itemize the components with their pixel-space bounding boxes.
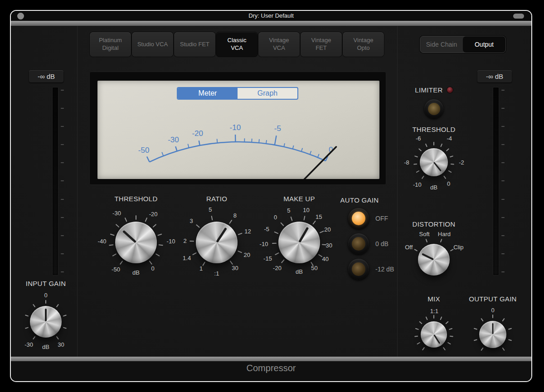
model-tab[interactable]: Vintage VCA — [258, 32, 300, 57]
meter-tick — [501, 253, 505, 254]
view-switch-tab[interactable]: Output — [463, 36, 505, 53]
knob-scale-label: -10 — [413, 181, 422, 188]
footer-bar: Compressor — [11, 361, 531, 381]
knob-scale-label: -30 — [112, 209, 121, 216]
knob-tick — [45, 300, 46, 304]
knob-tick — [508, 328, 512, 329]
auto-gain-button[interactable] — [348, 259, 369, 280]
auto-gain-button[interactable] — [348, 208, 369, 229]
model-tab[interactable]: Platinum Digital — [90, 32, 131, 57]
output-level-readout[interactable]: -∞ dB — [477, 70, 512, 82]
input-gain-knob[interactable] — [30, 306, 62, 338]
knob-tick — [474, 328, 477, 329]
make-up-knob[interactable] — [278, 222, 320, 263]
threshold-knob[interactable] — [115, 222, 157, 263]
model-tab[interactable]: Studio FET — [174, 32, 215, 57]
limiter-button[interactable] — [424, 99, 443, 118]
knob-tick — [449, 328, 452, 330]
knob-tick — [63, 327, 67, 329]
ratio-knob[interactable] — [196, 222, 238, 263]
vu-view-tab[interactable]: Graph — [238, 88, 297, 99]
meter-tick — [61, 108, 64, 109]
mix-knob[interactable] — [421, 321, 447, 348]
model-tab[interactable]: Classic VCA — [216, 32, 257, 57]
model-tabs: Platinum Digital Studio VCA Studio FET C… — [90, 32, 384, 57]
view-switch: Side Chain Output — [420, 36, 506, 53]
input-level-readout[interactable]: -∞ dB — [29, 70, 63, 82]
knob-tick — [120, 261, 123, 265]
knob-tick — [414, 336, 418, 337]
model-tab-label: Studio FET — [179, 41, 211, 48]
meter-tick — [501, 235, 505, 236]
meter-tick — [61, 235, 64, 236]
knob-tick — [25, 315, 29, 316]
knob-tick — [447, 342, 451, 345]
knob-pointer — [122, 230, 136, 243]
limiter-threshold-knob[interactable] — [420, 148, 448, 176]
model-tab-label: Vintage VCA — [263, 37, 296, 52]
knob-scale-label: 5 — [287, 207, 290, 213]
knob-scale-label: 2 — [183, 237, 186, 244]
meter-tick — [61, 144, 64, 145]
knob-scale-label: dB — [430, 184, 437, 191]
knob-tick — [418, 148, 422, 151]
meter-tick — [501, 271, 505, 272]
view-switch-tab[interactable]: Side Chain — [420, 36, 463, 53]
knob-scale-label: 30 — [58, 341, 64, 348]
knob-scale-label: 30 — [232, 264, 238, 271]
auto-gain-button[interactable] — [348, 233, 369, 254]
make-up-knob-group: -20-15-10-505101520304050dB — [254, 197, 345, 288]
meter-tick — [501, 126, 505, 127]
meter-tick — [61, 162, 64, 163]
knob-tick — [492, 315, 493, 318]
knob-tick — [112, 253, 117, 256]
vu-scale-label: -30 — [168, 136, 179, 144]
knob-scale-label: dB — [42, 344, 49, 350]
distortion-knob[interactable] — [418, 244, 450, 276]
knob-scale-label: :1 — [214, 270, 219, 277]
knob-tick — [446, 148, 449, 151]
knob-scale-label: Hard — [438, 231, 451, 237]
knob-scale-label: 30 — [325, 242, 332, 248]
knob-scale-label: -8 — [404, 159, 409, 166]
knob-pointer — [216, 227, 227, 243]
meter-tick — [501, 199, 505, 200]
distortion-knob-group: SoftHardOffClip — [398, 223, 470, 296]
knob-tick — [196, 224, 200, 228]
auto-gain-option-label: OFF — [375, 215, 388, 222]
knob-tick — [426, 316, 428, 320]
knob-tick — [416, 170, 420, 173]
window-link-button[interactable] — [513, 14, 524, 19]
knob-scale-label: 15 — [316, 213, 322, 220]
knob-tick — [152, 224, 156, 227]
knob-scale-label: -6 — [416, 135, 421, 142]
knob-tick — [202, 261, 205, 266]
vu-scale-label: -5 — [274, 125, 281, 133]
knob-tick — [422, 347, 425, 351]
knob-scale-label: 12 — [244, 228, 251, 235]
knob-pointer — [433, 162, 442, 171]
output-meter-bar — [493, 87, 499, 275]
bottom-metal-strip — [11, 357, 531, 361]
knob-scale-label: -20 — [273, 264, 282, 271]
model-tab[interactable]: Studio VCA — [132, 32, 173, 57]
output-gain-knob[interactable] — [479, 321, 506, 348]
meter-tick — [61, 90, 64, 91]
knob-pointer — [45, 309, 47, 321]
meter-tick — [501, 90, 505, 91]
knob-scale-label: -10 — [260, 240, 268, 247]
knob-scale-label: 0 — [151, 265, 154, 272]
knob-tick — [474, 339, 477, 341]
meter-tick — [61, 126, 64, 127]
knob-tick — [149, 261, 152, 265]
knob-pointer — [298, 227, 309, 243]
knob-tick — [443, 175, 446, 179]
meter-tick — [501, 180, 505, 181]
auto-gain-option-label: -12 dB — [375, 266, 394, 273]
vu-view-tab[interactable]: Meter — [178, 88, 238, 99]
knob-scale-label: 0 — [44, 292, 47, 299]
model-tab[interactable]: Vintage FET — [301, 32, 342, 57]
model-tab[interactable]: Vintage Opto — [343, 32, 384, 57]
knob-scale-label: 10 — [303, 206, 309, 213]
knob-scale-label: Soft — [419, 230, 430, 237]
